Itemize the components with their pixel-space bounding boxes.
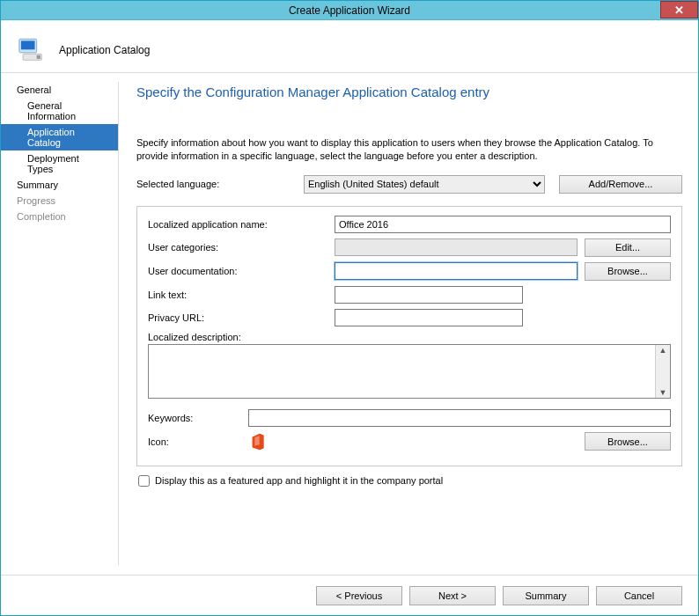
browse-icon-button[interactable]: Browse... [585, 432, 671, 451]
description-textarea[interactable] [149, 345, 655, 398]
wizard-header-title: Application Catalog [59, 44, 150, 56]
keywords-label: Keywords: [148, 413, 241, 423]
previous-button[interactable]: < Previous [316, 586, 402, 605]
wizard-header: Application Catalog [1, 20, 698, 73]
sidebar-item-completion: Completion [1, 209, 118, 224]
featured-checkbox[interactable] [138, 475, 150, 487]
page-intro: Specify information about how you want t… [136, 136, 682, 163]
svg-rect-1 [21, 40, 35, 49]
icon-label: Icon: [148, 436, 241, 447]
description-scrollbar[interactable]: ▲ ▼ [655, 345, 670, 398]
svg-rect-3 [37, 55, 40, 58]
featured-label: Display this as a featured app and highl… [155, 475, 443, 486]
window-title: Create Application Wizard [1, 4, 698, 17]
description-label: Localized description: [148, 332, 671, 342]
sidebar-item-summary[interactable]: Summary [1, 177, 118, 193]
sidebar-item-application-catalog[interactable]: Application Catalog [1, 124, 118, 150]
office-icon [248, 432, 268, 451]
summary-button[interactable]: Summary [503, 586, 589, 605]
user-doc-label: User documentation: [148, 266, 327, 276]
privacy-url-input[interactable] [335, 309, 523, 326]
page-title: Specify the Configuration Manager Applic… [136, 84, 682, 99]
selected-language-label: Selected language: [136, 179, 297, 189]
next-button[interactable]: Next > [409, 586, 496, 605]
add-remove-button[interactable]: Add/Remove... [559, 175, 682, 194]
app-name-input[interactable] [335, 216, 671, 233]
wizard-sidebar: General General Information Application … [1, 73, 118, 574]
wizard-main: Specify the Configuration Manager Applic… [119, 73, 698, 574]
sidebar-item-general[interactable]: General [1, 82, 118, 98]
catalog-groupbox: Localized application name: User categor… [136, 206, 682, 466]
computer-icon [17, 35, 47, 65]
scroll-up-icon: ▲ [659, 345, 667, 356]
privacy-url-label: Privacy URL: [148, 312, 327, 323]
titlebar: Create Application Wizard ✕ [1, 1, 698, 20]
link-text-input[interactable] [335, 286, 523, 304]
user-categories-label: User categories: [148, 242, 327, 253]
description-wrap: ▲ ▼ [148, 344, 671, 399]
close-button[interactable]: ✕ [660, 1, 698, 18]
app-name-label: Localized application name: [148, 219, 327, 230]
wizard-footer: < Previous Next > Summary Cancel [1, 575, 698, 615]
close-icon: ✕ [674, 4, 684, 17]
scroll-down-icon: ▼ [659, 387, 667, 398]
user-categories-input [335, 238, 578, 256]
sidebar-item-deployment-types[interactable]: Deployment Types [1, 150, 118, 177]
sidebar-item-general-information[interactable]: General Information [1, 98, 118, 124]
edit-categories-button[interactable]: Edit... [585, 238, 671, 257]
link-text-label: Link text: [148, 290, 327, 300]
keywords-input[interactable] [248, 409, 671, 427]
selected-language-select[interactable]: English (United States) default [304, 175, 545, 194]
browse-doc-button[interactable]: Browse... [585, 262, 671, 281]
cancel-button[interactable]: Cancel [596, 586, 682, 605]
sidebar-item-progress: Progress [1, 193, 118, 209]
user-doc-input[interactable] [335, 262, 578, 280]
